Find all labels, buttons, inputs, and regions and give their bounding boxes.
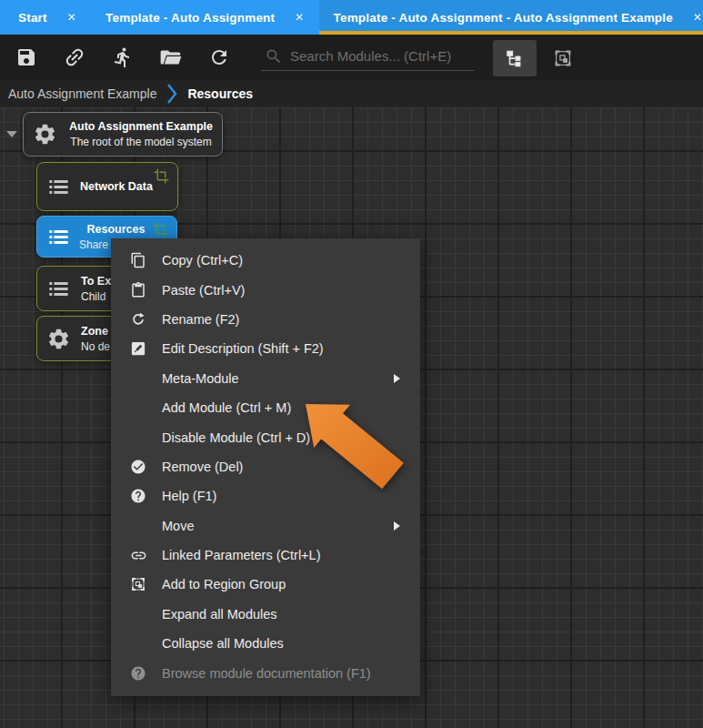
open-folder-button[interactable] (156, 43, 186, 72)
check-circle-icon (126, 459, 150, 475)
link-icon (63, 46, 86, 69)
menu-item-add-to-region-group[interactable]: Add to Region Group (111, 570, 420, 599)
menu-item-browse-documentation: Browse module documentation (F1) (111, 658, 420, 687)
module-network-data[interactable]: Network Data (36, 162, 178, 211)
tab-auto-assignment-example[interactable]: Template - Auto Assignment - Auto Assign… (319, 0, 703, 35)
help-circle-icon (126, 488, 150, 504)
module-subtitle: The root of the model system (65, 135, 216, 150)
tree-view-icon (505, 48, 525, 68)
menu-item-meta-module[interactable]: Meta-Module (111, 364, 420, 393)
tree-view-button[interactable] (493, 40, 537, 76)
module-title: Auto Assignment Example (65, 118, 216, 135)
tab-label: Start (18, 11, 47, 25)
folder-icon (159, 46, 183, 69)
menu-item-copy[interactable]: Copy (Ctrl+C) (111, 246, 420, 275)
toolbar (0, 35, 703, 80)
search-icon (265, 47, 283, 66)
edit-description-icon (126, 340, 150, 357)
module-title: Network Data (79, 178, 154, 195)
rotate-icon (126, 311, 150, 328)
crop-icon[interactable] (153, 222, 168, 238)
menu-item-rename[interactable]: Rename (F2) (111, 305, 420, 334)
tab-close-icon[interactable]: ✕ (67, 11, 76, 24)
annotation-arrow-icon (296, 391, 411, 493)
module-title: Resources (79, 221, 153, 238)
save-icon (15, 46, 37, 68)
refresh-icon (208, 46, 230, 68)
view-toggle-group (493, 40, 585, 76)
search-input[interactable] (290, 48, 470, 64)
list-icon (37, 225, 79, 249)
breadcrumb-chevron-icon (166, 84, 177, 104)
refresh-button[interactable] (205, 43, 234, 72)
submenu-arrow-icon (394, 374, 400, 383)
tab-start[interactable]: Start ✕ (4, 0, 91, 35)
link-icon (126, 547, 150, 564)
menu-item-paste[interactable]: Paste (Ctrl+V) (111, 275, 420, 304)
region-group-icon (553, 48, 573, 68)
tab-bar: Start ✕ Template - Auto Assignment ✕ Tem… (0, 0, 703, 35)
breadcrumb-current: Resources (187, 86, 253, 101)
menu-item-move[interactable]: Move (111, 511, 420, 541)
tab-label: Template - Auto Assignment (105, 11, 275, 25)
list-icon (37, 175, 79, 199)
gear-icon (37, 327, 79, 351)
module-search (261, 45, 474, 71)
menu-item-edit-description[interactable]: Edit Description (Shift + F2) (111, 334, 420, 363)
tab-template-auto-assignment[interactable]: Template - Auto Assignment ✕ (91, 0, 318, 35)
tab-close-icon[interactable]: ✕ (295, 11, 304, 24)
breadcrumb-parent[interactable]: Auto Assignment Example (8, 86, 156, 101)
gear-icon (24, 122, 65, 147)
tab-label: Template - Auto Assignment - Auto Assign… (334, 11, 673, 25)
submenu-arrow-icon (394, 521, 400, 531)
run-button[interactable] (108, 43, 137, 72)
menu-item-linked-parameters[interactable]: Linked Parameters (Ctrl+L) (111, 541, 420, 570)
help-circle-icon (126, 665, 150, 682)
tab-close-icon[interactable]: ✕ (693, 11, 702, 24)
list-icon (37, 277, 79, 301)
model-canvas[interactable]: Auto Assignment Example The root of the … (0, 107, 703, 728)
breadcrumb: Auto Assignment Example Resources (0, 80, 703, 107)
region-group-view-button[interactable] (541, 40, 585, 76)
menu-item-expand-all[interactable]: Expand all Modules (111, 600, 420, 629)
region-group-icon (126, 576, 150, 592)
paste-icon (126, 282, 150, 298)
run-person-icon (112, 46, 134, 68)
save-button[interactable] (12, 43, 41, 72)
module-root[interactable]: Auto Assignment Example The root of the … (23, 112, 223, 157)
collapse-tree-icon[interactable] (6, 131, 17, 137)
crop-icon[interactable] (154, 168, 169, 184)
copy-icon (126, 252, 150, 268)
link-button[interactable] (60, 43, 89, 72)
menu-item-collapse-all[interactable]: Collapse all Modules (111, 629, 420, 658)
